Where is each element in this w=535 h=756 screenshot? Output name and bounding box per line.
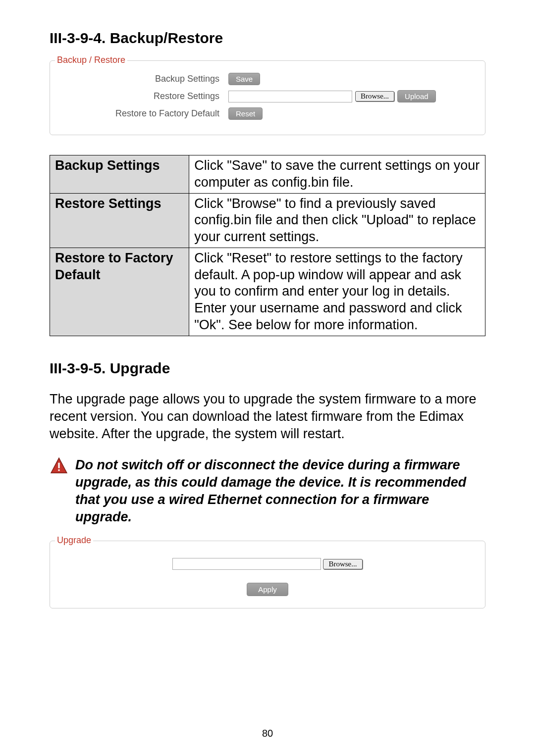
upgrade-intro-text: The upgrade page allows you to upgrade t… xyxy=(50,391,485,443)
cell-key-factory: Restore to Factory Default xyxy=(50,248,189,336)
restore-file-input[interactable] xyxy=(228,91,352,102)
upgrade-file-input[interactable] xyxy=(172,558,321,570)
table-row: Backup Settings Click "Save" to save the… xyxy=(50,155,485,194)
label-backup-settings: Backup Settings xyxy=(60,74,228,84)
page-number: 80 xyxy=(0,728,535,739)
save-button[interactable]: Save xyxy=(228,73,260,85)
table-row: Restore Settings Click "Browse" to find … xyxy=(50,193,485,248)
heading-upgrade: III-3-9-5. Upgrade xyxy=(50,360,485,377)
warning-text: Do not switch off or disconnect the devi… xyxy=(75,456,485,526)
upload-button[interactable]: Upload xyxy=(397,90,436,102)
label-factory-default: Restore to Factory Default xyxy=(60,108,228,119)
cell-val-backup: Click "Save" to save the current setting… xyxy=(189,155,485,194)
reset-button[interactable]: Reset xyxy=(228,107,263,120)
row-factory-default: Restore to Factory Default Reset xyxy=(60,107,475,120)
apply-button[interactable]: Apply xyxy=(247,583,288,596)
row-backup-settings: Backup Settings Save xyxy=(60,73,475,85)
upgrade-panel: Upgrade Browse... Apply xyxy=(50,541,485,608)
cell-key-restore: Restore Settings xyxy=(50,193,189,248)
warning-icon xyxy=(50,456,68,526)
cell-val-factory: Click "Reset" to restore settings to the… xyxy=(189,248,485,336)
heading-backup-restore: III-3-9-4. Backup/Restore xyxy=(50,30,485,47)
table-row: Restore to Factory Default Click "Reset"… xyxy=(50,248,485,336)
cell-val-restore: Click "Browse" to find a previously save… xyxy=(189,193,485,248)
label-restore-settings: Restore Settings xyxy=(60,91,228,101)
backup-restore-panel: Backup / Restore Backup Settings Save Re… xyxy=(50,60,485,135)
cell-key-backup: Backup Settings xyxy=(50,155,189,194)
warning-block: Do not switch off or disconnect the devi… xyxy=(50,456,485,526)
upgrade-browse-button[interactable]: Browse... xyxy=(323,559,362,569)
backup-restore-legend: Backup / Restore xyxy=(55,55,127,65)
browse-button[interactable]: Browse... xyxy=(355,91,394,101)
svg-rect-1 xyxy=(58,462,59,468)
description-table: Backup Settings Click "Save" to save the… xyxy=(50,155,485,336)
upgrade-legend: Upgrade xyxy=(55,535,93,546)
row-restore-settings: Restore Settings Browse... Upload xyxy=(60,90,475,102)
svg-rect-2 xyxy=(58,469,59,471)
